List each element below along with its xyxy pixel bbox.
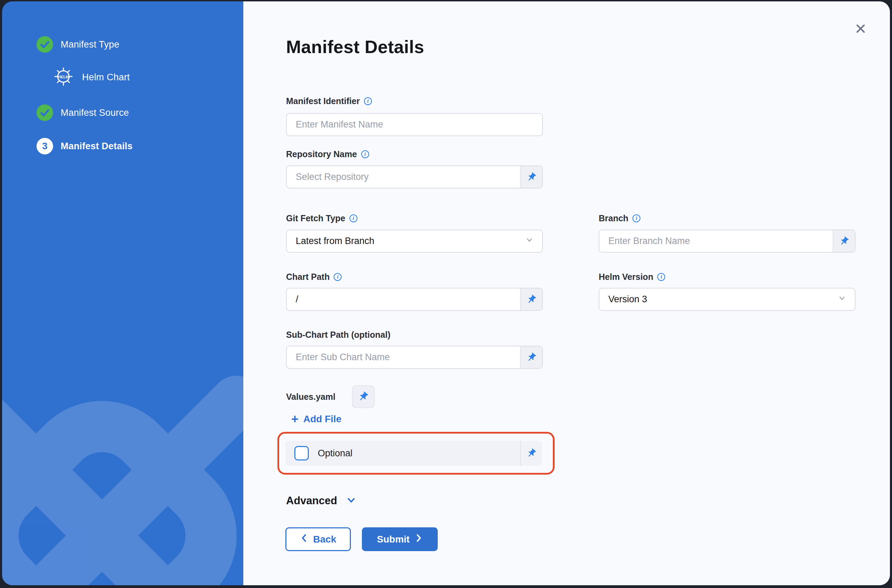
sidebar-item-label: Manifest Details xyxy=(61,141,133,152)
info-icon[interactable]: i xyxy=(349,214,357,222)
chevron-left-icon xyxy=(300,533,308,545)
manifest-details-panel: Manifest Details Manifest Identifier i R… xyxy=(243,2,890,585)
branch-label: Branch i xyxy=(599,212,640,224)
plus-icon: + xyxy=(291,414,298,424)
info-icon[interactable]: i xyxy=(361,150,369,158)
git-fetch-type-label: Git Fetch Type i xyxy=(286,212,357,224)
repository-name-input[interactable] xyxy=(287,166,520,188)
sub-chart-path-label: Sub-Chart Path (optional) xyxy=(286,329,391,340)
chevron-down-icon xyxy=(525,236,534,247)
sidebar-item-label: Manifest Type xyxy=(61,39,119,50)
close-icon[interactable] xyxy=(852,20,869,37)
branch-input[interactable] xyxy=(600,230,833,252)
step-complete-icon xyxy=(36,36,53,53)
sidebar-item-manifest-type[interactable]: Manifest Type xyxy=(36,33,119,56)
repository-name-label: Repository Name i xyxy=(286,148,369,160)
sidebar-item-label: Manifest Source xyxy=(61,108,129,118)
info-icon[interactable]: i xyxy=(633,214,640,222)
manifest-identifier-field xyxy=(286,113,543,136)
add-file-button[interactable]: + Add File xyxy=(291,414,341,424)
advanced-toggle[interactable]: Advanced xyxy=(286,494,357,507)
sidebar-item-manifest-details[interactable]: 3 Manifest Details xyxy=(36,135,133,158)
sub-chart-path-field xyxy=(286,346,543,369)
pin-icon[interactable] xyxy=(833,230,855,252)
manifest-identifier-label: Manifest Identifier i xyxy=(286,95,372,107)
optional-checkbox[interactable] xyxy=(294,446,309,460)
helm-icon: HELM xyxy=(52,66,75,89)
values-yaml-label: Values.yaml xyxy=(286,391,335,403)
info-icon[interactable]: i xyxy=(334,273,342,281)
chart-path-field xyxy=(286,288,543,311)
pin-icon[interactable] xyxy=(520,166,542,188)
chart-path-label: Chart Path i xyxy=(286,271,342,283)
repository-name-field xyxy=(286,165,543,189)
sidebar-item-manifest-source[interactable]: Manifest Source xyxy=(36,101,129,124)
git-fetch-type-select[interactable]: Latest from Branch xyxy=(286,230,543,253)
screenshot-stage: Manifest Type xyxy=(0,0,892,588)
svg-text:HELM: HELM xyxy=(58,75,69,79)
manifest-wizard-modal: Manifest Type xyxy=(2,2,890,585)
pin-icon[interactable] xyxy=(520,288,542,310)
chart-path-input[interactable] xyxy=(287,288,520,310)
submit-button[interactable]: Submit xyxy=(362,527,438,551)
values-optional-row: Optional xyxy=(285,441,542,466)
optional-checkbox-label: Optional xyxy=(318,448,520,459)
chevron-down-icon xyxy=(345,494,357,507)
pin-icon[interactable] xyxy=(352,386,375,408)
brand-watermark-logo xyxy=(2,353,243,585)
info-icon[interactable]: i xyxy=(364,97,372,105)
back-button[interactable]: Back xyxy=(285,527,351,551)
wizard-sidebar: Manifest Type xyxy=(2,2,243,585)
pin-icon[interactable] xyxy=(520,441,542,466)
sub-chart-path-input[interactable] xyxy=(287,346,520,368)
helm-version-select[interactable]: Version 3 xyxy=(599,288,856,311)
step-number-badge: 3 xyxy=(36,138,53,154)
helm-version-label: Helm Version i xyxy=(599,271,665,283)
page-title: Manifest Details xyxy=(286,36,424,57)
chevron-down-icon xyxy=(838,294,847,305)
info-icon[interactable]: i xyxy=(657,273,665,281)
sidebar-item-label: Helm Chart xyxy=(82,72,130,83)
branch-field xyxy=(599,230,856,253)
step-complete-icon xyxy=(36,104,53,121)
pin-icon[interactable] xyxy=(520,346,542,368)
manifest-identifier-input[interactable] xyxy=(287,114,542,135)
sidebar-item-helm-chart: HELM Helm Chart xyxy=(52,66,130,88)
chevron-right-icon xyxy=(415,533,423,545)
